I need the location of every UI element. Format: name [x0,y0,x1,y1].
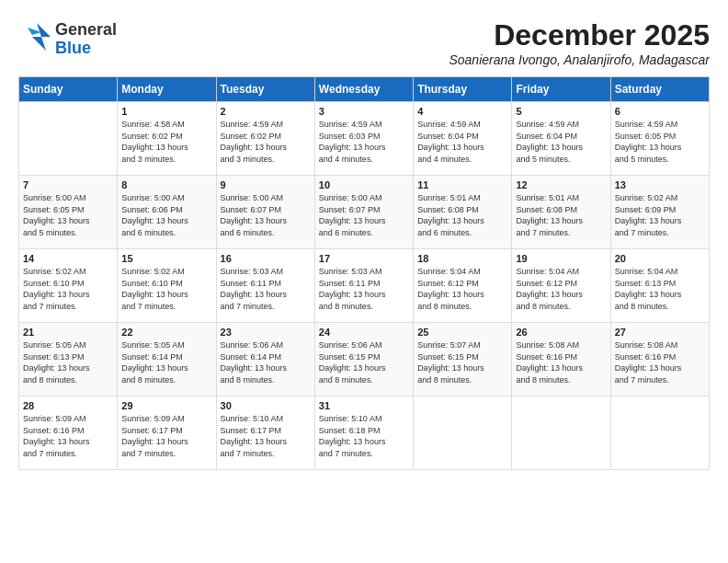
day-info: Sunrise: 5:01 AM Sunset: 6:08 PM Dayligh… [516,192,606,238]
day-info: Sunrise: 5:03 AM Sunset: 6:11 PM Dayligh… [221,266,311,312]
day-info: Sunrise: 5:02 AM Sunset: 6:10 PM Dayligh… [121,266,211,312]
day-info: Sunrise: 5:02 AM Sunset: 6:09 PM Dayligh… [615,192,705,238]
calendar-week-1: 7Sunrise: 5:00 AM Sunset: 6:05 PM Daylig… [19,176,710,249]
logo-icon [18,18,55,61]
day-number: 2 [221,106,311,117]
calendar-cell: 6Sunrise: 4:59 AM Sunset: 6:05 PM Daylig… [610,102,709,176]
day-info: Sunrise: 5:02 AM Sunset: 6:10 PM Dayligh… [23,266,113,312]
calendar-header-thursday: Thursday [414,77,512,102]
day-info: Sunrise: 5:00 AM Sunset: 6:07 PM Dayligh… [221,192,311,238]
day-number: 29 [121,400,211,411]
day-number: 11 [417,179,507,190]
day-number: 27 [615,327,705,338]
day-info: Sunrise: 5:08 AM Sunset: 6:16 PM Dayligh… [615,339,705,385]
calendar-cell: 26Sunrise: 5:08 AM Sunset: 6:16 PM Dayli… [512,323,610,396]
day-number: 7 [23,179,113,190]
logo: General Blue [18,18,117,61]
day-number: 24 [319,327,409,338]
calendar-cell [512,396,610,470]
calendar-cell: 29Sunrise: 5:09 AM Sunset: 6:17 PM Dayli… [118,396,216,470]
day-number: 30 [221,400,311,411]
day-info: Sunrise: 5:10 AM Sunset: 6:17 PM Dayligh… [221,413,311,459]
calendar-cell: 10Sunrise: 5:00 AM Sunset: 6:07 PM Dayli… [314,176,413,249]
day-number: 22 [121,327,211,338]
calendar-cell: 28Sunrise: 5:09 AM Sunset: 6:16 PM Dayli… [19,396,118,470]
calendar-header-wednesday: Wednesday [314,77,413,102]
calendar-cell: 15Sunrise: 5:02 AM Sunset: 6:10 PM Dayli… [118,249,216,323]
day-number: 15 [121,253,211,264]
logo-text: General Blue [55,21,117,58]
day-number: 4 [417,106,507,117]
calendar-cell: 25Sunrise: 5:07 AM Sunset: 6:15 PM Dayli… [414,323,512,396]
day-number: 10 [319,179,409,190]
day-number: 20 [615,253,705,264]
calendar-cell: 21Sunrise: 5:05 AM Sunset: 6:13 PM Dayli… [19,323,118,396]
calendar-cell: 3Sunrise: 4:59 AM Sunset: 6:03 PM Daylig… [314,102,413,176]
calendar-cell: 23Sunrise: 5:06 AM Sunset: 6:14 PM Dayli… [216,323,314,396]
calendar-cell [610,396,709,470]
day-number: 25 [417,327,507,338]
day-info: Sunrise: 5:09 AM Sunset: 6:16 PM Dayligh… [23,413,113,459]
calendar-header-friday: Friday [512,77,610,102]
day-info: Sunrise: 4:59 AM Sunset: 6:04 PM Dayligh… [516,119,606,165]
day-info: Sunrise: 5:03 AM Sunset: 6:11 PM Dayligh… [319,266,409,312]
calendar-cell: 8Sunrise: 5:00 AM Sunset: 6:06 PM Daylig… [118,176,216,249]
day-number: 31 [319,400,409,411]
month-title: December 2025 [449,18,710,52]
svg-marker-0 [32,23,51,51]
day-info: Sunrise: 4:59 AM Sunset: 6:02 PM Dayligh… [221,119,311,165]
calendar-cell: 5Sunrise: 4:59 AM Sunset: 6:04 PM Daylig… [512,102,610,176]
calendar-header-sunday: Sunday [19,77,118,102]
day-number: 16 [221,253,311,264]
logo-blue: Blue [55,40,117,58]
day-number: 9 [221,179,311,190]
calendar-cell: 20Sunrise: 5:04 AM Sunset: 6:13 PM Dayli… [610,249,709,323]
calendar-cell: 16Sunrise: 5:03 AM Sunset: 6:11 PM Dayli… [216,249,314,323]
day-info: Sunrise: 5:04 AM Sunset: 6:12 PM Dayligh… [516,266,606,312]
day-number: 19 [516,253,606,264]
calendar-header-row: SundayMondayTuesdayWednesdayThursdayFrid… [19,77,710,102]
day-number: 13 [615,179,705,190]
day-info: Sunrise: 5:04 AM Sunset: 6:13 PM Dayligh… [615,266,705,312]
calendar-cell: 1Sunrise: 4:58 AM Sunset: 6:02 PM Daylig… [118,102,216,176]
calendar-cell: 9Sunrise: 5:00 AM Sunset: 6:07 PM Daylig… [216,176,314,249]
day-info: Sunrise: 5:04 AM Sunset: 6:12 PM Dayligh… [417,266,507,312]
calendar-cell: 13Sunrise: 5:02 AM Sunset: 6:09 PM Dayli… [610,176,709,249]
calendar-table: SundayMondayTuesdayWednesdayThursdayFrid… [18,76,710,470]
calendar-cell: 19Sunrise: 5:04 AM Sunset: 6:12 PM Dayli… [512,249,610,323]
calendar-header-tuesday: Tuesday [216,77,314,102]
calendar-cell [414,396,512,470]
calendar-cell: 2Sunrise: 4:59 AM Sunset: 6:02 PM Daylig… [216,102,314,176]
calendar-cell: 24Sunrise: 5:06 AM Sunset: 6:15 PM Dayli… [314,323,413,396]
day-info: Sunrise: 5:01 AM Sunset: 6:08 PM Dayligh… [417,192,507,238]
calendar-cell: 17Sunrise: 5:03 AM Sunset: 6:11 PM Dayli… [314,249,413,323]
day-number: 12 [516,179,606,190]
calendar-cell: 22Sunrise: 5:05 AM Sunset: 6:14 PM Dayli… [118,323,216,396]
logo-general: General [55,21,117,40]
calendar-week-3: 21Sunrise: 5:05 AM Sunset: 6:13 PM Dayli… [19,323,710,396]
calendar-cell: 18Sunrise: 5:04 AM Sunset: 6:12 PM Dayli… [414,249,512,323]
day-number: 8 [121,179,211,190]
day-info: Sunrise: 5:07 AM Sunset: 6:15 PM Dayligh… [417,339,507,385]
day-number: 5 [516,106,606,117]
day-number: 1 [121,106,211,117]
day-info: Sunrise: 5:08 AM Sunset: 6:16 PM Dayligh… [516,339,606,385]
calendar-cell: 4Sunrise: 4:59 AM Sunset: 6:04 PM Daylig… [414,102,512,176]
day-info: Sunrise: 5:06 AM Sunset: 6:15 PM Dayligh… [319,339,409,385]
day-number: 18 [417,253,507,264]
calendar-cell [19,102,118,176]
day-info: Sunrise: 4:59 AM Sunset: 6:04 PM Dayligh… [417,119,507,165]
location-title: Soanierana Ivongo, Analanjirofo, Madagas… [449,52,710,67]
day-info: Sunrise: 5:00 AM Sunset: 6:05 PM Dayligh… [23,192,113,238]
calendar-body: 1Sunrise: 4:58 AM Sunset: 6:02 PM Daylig… [19,102,710,470]
day-number: 21 [23,327,113,338]
day-info: Sunrise: 5:05 AM Sunset: 6:14 PM Dayligh… [121,339,211,385]
calendar-week-0: 1Sunrise: 4:58 AM Sunset: 6:02 PM Daylig… [19,102,710,176]
day-number: 3 [319,106,409,117]
day-number: 28 [23,400,113,411]
calendar-cell: 30Sunrise: 5:10 AM Sunset: 6:17 PM Dayli… [216,396,314,470]
day-info: Sunrise: 4:59 AM Sunset: 6:05 PM Dayligh… [615,119,705,165]
title-section: December 2025 Soanierana Ivongo, Analanj… [449,18,710,67]
day-info: Sunrise: 4:58 AM Sunset: 6:02 PM Dayligh… [121,119,211,165]
calendar-cell: 31Sunrise: 5:10 AM Sunset: 6:18 PM Dayli… [314,396,413,470]
